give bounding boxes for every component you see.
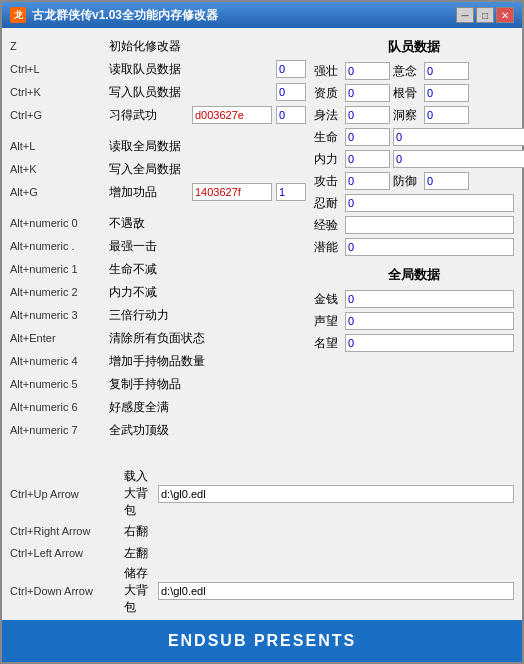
altnumeric2-label: 内力不减 bbox=[109, 284, 306, 301]
ctrl-g-label: 习得武功 bbox=[109, 107, 188, 124]
alt-g-input2[interactable] bbox=[276, 183, 306, 201]
input-fame[interactable] bbox=[345, 334, 514, 352]
altnumeric5-label: 复制手持物品 bbox=[109, 376, 306, 393]
exp-row: 经验 bbox=[314, 216, 514, 234]
label-yinian: 意念 bbox=[393, 63, 421, 80]
altnumeric5-row: Alt+numeric 5 复制手持物品 bbox=[10, 374, 306, 394]
shortcut-ctrlright: Ctrl+Right Arrow bbox=[10, 525, 120, 537]
input-shenfa[interactable] bbox=[345, 106, 390, 124]
label-qiangzhuang: 强壮 bbox=[314, 63, 342, 80]
input-exp[interactable] bbox=[345, 216, 514, 234]
attack-row: 攻击 防御 bbox=[314, 172, 514, 190]
shortcut-ctrlleft: Ctrl+Left Arrow bbox=[10, 547, 120, 559]
input-neili1[interactable] bbox=[345, 150, 390, 168]
input-life2[interactable] bbox=[393, 128, 524, 146]
ctrl-l-input[interactable] bbox=[276, 60, 306, 78]
label-neili: 内力 bbox=[314, 151, 342, 168]
ctrl-l-row: Ctrl+L 读取队员数据 bbox=[10, 59, 306, 79]
altnumeric3-label: 三倍行动力 bbox=[109, 307, 306, 324]
shortcut-ctrldown: Ctrl+Down Arrow bbox=[10, 585, 120, 597]
label-ctrlright: 右翻 bbox=[124, 523, 154, 540]
altnumeric3-row: Alt+numeric 3 三倍行动力 bbox=[10, 305, 306, 325]
ctrl-g-row: Ctrl+G 习得武功 bbox=[10, 105, 306, 125]
ctrl-l-label: 读取队员数据 bbox=[109, 61, 272, 78]
input-ctrlup[interactable] bbox=[158, 485, 514, 503]
shortcut-ctrl-g: Ctrl+G bbox=[10, 109, 105, 121]
altnumeric6-row: Alt+numeric 6 好感度全满 bbox=[10, 397, 306, 417]
input-defense[interactable] bbox=[424, 172, 469, 190]
stat-row-2: 资质 根骨 bbox=[314, 84, 514, 102]
shortcut-ctrl-l: Ctrl+L bbox=[10, 63, 105, 75]
init-row: Z 初始化修改器 bbox=[10, 36, 306, 56]
ctrl-k-row: Ctrl+K 写入队员数据 bbox=[10, 82, 306, 102]
input-attack[interactable] bbox=[345, 172, 390, 190]
footer-bar: ENDSUB PRESENTS bbox=[2, 620, 522, 662]
input-zizhi[interactable] bbox=[345, 84, 390, 102]
label-ren: 忍耐 bbox=[314, 195, 342, 212]
input-qiangzhuang[interactable] bbox=[345, 62, 390, 80]
altnumeric1-label: 生命不减 bbox=[109, 261, 306, 278]
label-defense: 防御 bbox=[393, 173, 421, 190]
label-reputation: 声望 bbox=[314, 313, 342, 330]
shortcut-altnumeric7: Alt+numeric 7 bbox=[10, 424, 105, 436]
label-potential: 潜能 bbox=[314, 239, 342, 256]
ctrl-g-input2[interactable] bbox=[276, 106, 306, 124]
label-ctrldown: 储存大背包 bbox=[124, 565, 154, 616]
label-attack: 攻击 bbox=[314, 173, 342, 190]
input-life1[interactable] bbox=[345, 128, 390, 146]
init-label: 初始化修改器 bbox=[109, 38, 306, 55]
altnumeric7-row: Alt+numeric 7 全武功顶级 bbox=[10, 420, 306, 440]
shortcut-z: Z bbox=[10, 40, 105, 52]
label-money: 金钱 bbox=[314, 291, 342, 308]
shortcut-alt-g: Alt+G bbox=[10, 186, 105, 198]
altnumeric4-label: 增加手持物品数量 bbox=[109, 353, 306, 370]
bottom-section: Ctrl+Up Arrow 载入大背包 Ctrl+Right Arrow 右翻 … bbox=[2, 468, 522, 620]
stat-row-1: 强壮 意念 bbox=[314, 62, 514, 80]
alt-k-row: Alt+K 写入全局数据 bbox=[10, 159, 306, 179]
shortcut-alt-l: Alt+L bbox=[10, 140, 105, 152]
neili-row: 内力 bbox=[314, 150, 514, 168]
alt-g-input1[interactable] bbox=[192, 183, 272, 201]
maximize-button[interactable]: □ bbox=[476, 7, 494, 23]
shortcut-altnumeric5: Alt+numeric 5 bbox=[10, 378, 105, 390]
input-gengu[interactable] bbox=[424, 84, 469, 102]
input-ren[interactable] bbox=[345, 194, 514, 212]
altnumericdot-row: Alt+numeric . 最强一击 bbox=[10, 236, 306, 256]
ctrldown-row: Ctrl+Down Arrow 储存大背包 bbox=[10, 565, 514, 616]
alt-k-label: 写入全局数据 bbox=[109, 161, 306, 178]
input-reputation[interactable] bbox=[345, 312, 514, 330]
member-section-title: 队员数据 bbox=[314, 38, 514, 56]
input-money[interactable] bbox=[345, 290, 514, 308]
label-dongcha: 洞察 bbox=[393, 107, 421, 124]
input-dongcha[interactable] bbox=[424, 106, 469, 124]
shortcut-altnumeric2: Alt+numeric 2 bbox=[10, 286, 105, 298]
ctrl-k-label: 写入队员数据 bbox=[109, 84, 272, 101]
alt-g-row: Alt+G 增加功品 bbox=[10, 182, 306, 202]
altnumeric6-label: 好感度全满 bbox=[109, 399, 306, 416]
label-fame: 名望 bbox=[314, 335, 342, 352]
ctrlleft-row: Ctrl+Left Arrow 左翻 bbox=[10, 543, 514, 563]
shortcut-altnumeric3: Alt+numeric 3 bbox=[10, 309, 105, 321]
shortcut-altnumeric0: Alt+numeric 0 bbox=[10, 217, 105, 229]
minimize-button[interactable]: ─ bbox=[456, 7, 474, 23]
shortcut-altnumeric6: Alt+numeric 6 bbox=[10, 401, 105, 413]
close-button[interactable]: ✕ bbox=[496, 7, 514, 23]
input-yinian[interactable] bbox=[424, 62, 469, 80]
ren-row: 忍耐 bbox=[314, 194, 514, 212]
shortcut-altenter: Alt+Enter bbox=[10, 332, 105, 344]
stat-row-3: 身法 洞察 bbox=[314, 106, 514, 124]
footer-text: ENDSUB PRESENTS bbox=[168, 632, 356, 650]
label-exp: 经验 bbox=[314, 217, 342, 234]
altenter-label: 清除所有负面状态 bbox=[109, 330, 306, 347]
alt-g-label: 增加功品 bbox=[109, 184, 188, 201]
input-neili2[interactable] bbox=[393, 150, 524, 168]
input-ctrldown[interactable] bbox=[158, 582, 514, 600]
ctrl-k-input[interactable] bbox=[276, 83, 306, 101]
ctrl-g-input1[interactable] bbox=[192, 106, 272, 124]
alt-l-label: 读取全局数据 bbox=[109, 138, 306, 155]
shortcut-altnumeric4: Alt+numeric 4 bbox=[10, 355, 105, 367]
altnumeric1-row: Alt+numeric 1 生命不减 bbox=[10, 259, 306, 279]
input-potential[interactable] bbox=[345, 238, 514, 256]
title-bar-left: 龙 古龙群侠传v1.03全功能内存修改器 bbox=[10, 7, 218, 24]
shortcut-ctrlup: Ctrl+Up Arrow bbox=[10, 488, 120, 500]
